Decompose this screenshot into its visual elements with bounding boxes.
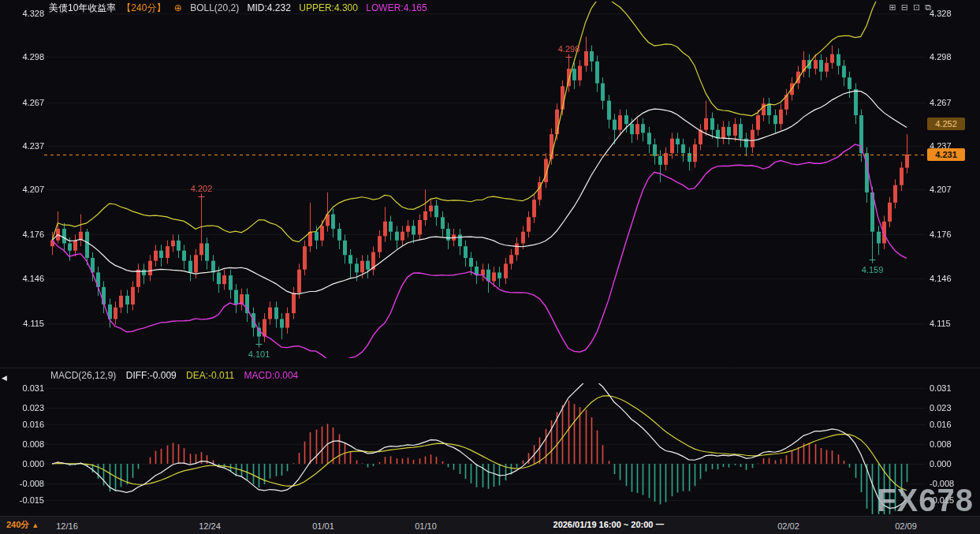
macd-indicator-label: MACD(26,12,9) — [50, 370, 116, 381]
price-axis-label-left: 4.176 — [2, 230, 44, 239]
time-axis-label: 12/16 — [56, 521, 78, 531]
macd-header: MACD(26,12,9) DIFF:-0.009 DEA:-0.011 MAC… — [50, 370, 305, 381]
time-axis-label: 01/01 — [312, 521, 334, 531]
layout-split-icon[interactable]: ⊡ — [913, 2, 920, 12]
timeframe-label: 240分▲ — [6, 519, 39, 531]
chart-title: 美债10年收益率 — [49, 2, 116, 13]
price-axis-label-right: 4.207 — [930, 185, 952, 194]
macd-axis-label-left: 0.008 — [2, 439, 44, 449]
time-axis-label: 02/09 — [895, 521, 917, 531]
up-arrow-icon: ▲ — [32, 521, 39, 529]
macd-axis-label-left: -0.008 — [2, 479, 44, 488]
indicator-expand-icon[interactable]: ⊕ — [174, 2, 182, 13]
price-axis-label-left: 4.207 — [2, 185, 44, 194]
macd-axis-label-right: 0.031 — [930, 383, 952, 393]
reference-price-badge: 4.252 — [927, 118, 965, 130]
current-price-badge: 4.231 — [927, 148, 965, 161]
time-axis-label: 12/24 — [199, 521, 221, 531]
candlestick-chart-canvas[interactable] — [0, 0, 980, 534]
macd-dea-value: DEA:-0.011 — [186, 370, 234, 381]
crosshair-date-label: 2026/01/19 16:00 ~ 20:00 一 — [553, 519, 665, 531]
macd-axis-label-right: 0.000 — [930, 459, 952, 469]
macd-diff-value: DIFF:-0.009 — [126, 370, 177, 381]
price-axis-label-right: 4.176 — [930, 230, 952, 239]
watermark: FX678 — [877, 483, 974, 518]
macd-axis-label-left: 0.016 — [2, 420, 44, 429]
trading-chart-app: 美债10年收益率【240分】 ⊕ BOLL(20,2) MID:4.232 UP… — [0, 0, 980, 534]
price-axis-label-left: 4.146 — [2, 274, 44, 283]
swing-low-label: 4.159 — [859, 265, 886, 274]
price-axis-label-right: 4.328 — [930, 9, 952, 18]
price-axis-label-left: 4.237 — [2, 141, 44, 151]
macd-pane-collapse-icon[interactable]: ◀ — [2, 374, 7, 382]
boll-mid-value: MID:4.232 — [248, 2, 291, 13]
layout-windows-icon[interactable]: ⧉ — [925, 2, 931, 12]
time-axis-label: 01/10 — [415, 521, 437, 531]
price-axis-label-left: 4.298 — [2, 52, 44, 62]
layout-grid-icon[interactable]: ⊞ — [889, 2, 896, 12]
price-axis-label-right: 4.146 — [930, 274, 952, 283]
boll-indicator-label: BOLL(20,2) — [190, 2, 239, 13]
macd-axis-label-right: 0.023 — [930, 403, 952, 413]
macd-hist-value: MACD:0.004 — [244, 370, 299, 381]
time-axis-label: 02/02 — [777, 521, 799, 531]
swing-low-label: 4.101 — [246, 349, 273, 359]
boll-upper-value: UPPER:4.300 — [299, 2, 358, 13]
time-axis-bar[interactable] — [0, 516, 980, 534]
timeframe-text: 240分 — [6, 520, 29, 529]
price-axis-label-right: 4.115 — [930, 319, 951, 328]
macd-axis-label-left: 0.023 — [2, 403, 44, 413]
chart-period-tag: 【240分】 — [121, 2, 166, 13]
swing-high-label: 4.202 — [188, 184, 215, 193]
price-axis-label-right: 4.298 — [930, 52, 952, 62]
macd-axis-label-right: 0.016 — [930, 420, 952, 429]
macd-axis-label-left: -0.015 — [2, 495, 44, 505]
chart-layout-toolbar: ⊞ ⊟ ⊡ ⧉ — [889, 2, 931, 12]
price-axis-label-left: 4.267 — [2, 98, 44, 107]
price-axis-label-left: 4.328 — [2, 9, 44, 18]
boll-lower-value: LOWER:4.165 — [366, 2, 427, 13]
layout-single-icon[interactable]: ⊟ — [901, 2, 908, 12]
chart-header: 美债10年收益率【240分】 ⊕ BOLL(20,2) MID:4.232 UP… — [49, 2, 433, 15]
macd-axis-label-left: 0.000 — [2, 459, 44, 469]
price-axis-label-right: 4.267 — [930, 98, 952, 107]
swing-high-label: 4.298 — [556, 44, 583, 54]
macd-axis-label-right: 0.008 — [930, 439, 952, 449]
macd-axis-label-left: 0.031 — [2, 383, 44, 393]
price-axis-label-left: 4.115 — [2, 319, 44, 328]
